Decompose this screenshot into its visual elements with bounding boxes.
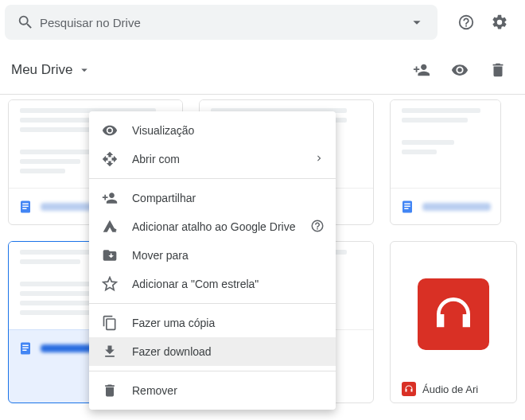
menu-label: Compartilhar bbox=[132, 192, 196, 204]
menu-item-download[interactable]: Fazer download bbox=[89, 337, 336, 366]
file-thumbnail bbox=[391, 100, 500, 188]
chevron-down-icon bbox=[77, 63, 91, 77]
breadcrumb[interactable]: Meu Drive bbox=[11, 62, 91, 78]
headphones-icon bbox=[418, 278, 489, 350]
menu-label: Fazer uma cópia bbox=[132, 317, 215, 329]
eye-icon bbox=[102, 122, 118, 138]
context-menu: Visualização Abrir com Compartilhar Adic… bbox=[89, 111, 336, 410]
search-placeholder: Pesquisar no Drive bbox=[40, 16, 402, 29]
copy-icon bbox=[102, 315, 118, 331]
search-box[interactable]: Pesquisar no Drive bbox=[5, 5, 438, 40]
trash-icon bbox=[102, 383, 118, 399]
breadcrumb-label: Meu Drive bbox=[11, 62, 72, 78]
menu-separator bbox=[89, 303, 336, 304]
menu-item-star[interactable]: Adicionar a "Com estrela" bbox=[89, 270, 336, 298]
delete-icon[interactable] bbox=[482, 54, 514, 86]
drive-shortcut-icon bbox=[102, 219, 118, 235]
docs-icon bbox=[400, 200, 414, 214]
person-add-icon bbox=[102, 190, 118, 206]
share-person-icon[interactable] bbox=[406, 54, 438, 86]
menu-item-preview[interactable]: Visualização bbox=[89, 116, 336, 145]
menu-label: Mover para bbox=[132, 249, 189, 262]
menu-label: Fazer download bbox=[132, 345, 212, 358]
menu-separator bbox=[89, 178, 336, 179]
docs-icon bbox=[18, 200, 33, 214]
menu-item-move[interactable]: Mover para bbox=[89, 241, 336, 270]
svg-rect-14 bbox=[22, 347, 29, 348]
search-options-dropdown-icon[interactable] bbox=[402, 8, 431, 37]
chevron-right-icon bbox=[313, 153, 325, 166]
svg-rect-3 bbox=[22, 208, 26, 209]
headphones-icon bbox=[402, 382, 416, 396]
file-card[interactable] bbox=[390, 99, 501, 225]
svg-rect-15 bbox=[22, 349, 26, 351]
move-to-icon bbox=[102, 247, 118, 263]
menu-label: Adicionar a "Com estrela" bbox=[132, 278, 259, 290]
menu-item-open-with[interactable]: Abrir com bbox=[89, 145, 336, 173]
menu-label: Visualização bbox=[132, 124, 194, 137]
file-title: Áudio de Ari bbox=[422, 383, 478, 395]
menu-label: Remover bbox=[132, 384, 177, 397]
svg-rect-11 bbox=[404, 208, 408, 209]
file-card-audio[interactable]: Áudio de Ari bbox=[390, 241, 517, 403]
menu-item-share[interactable]: Compartilhar bbox=[89, 184, 336, 212]
svg-rect-1 bbox=[22, 203, 29, 204]
file-title-blur bbox=[422, 203, 491, 211]
download-icon bbox=[102, 344, 118, 360]
menu-item-copy[interactable]: Fazer uma cópia bbox=[89, 309, 336, 337]
help-icon[interactable] bbox=[450, 6, 482, 38]
menu-item-remove[interactable]: Remover bbox=[89, 376, 336, 405]
svg-rect-13 bbox=[22, 344, 29, 346]
open-with-icon bbox=[102, 151, 118, 167]
help-icon[interactable] bbox=[310, 219, 325, 235]
svg-rect-2 bbox=[22, 205, 29, 207]
preview-eye-icon[interactable] bbox=[444, 54, 476, 86]
star-icon bbox=[102, 276, 118, 292]
svg-rect-10 bbox=[404, 205, 410, 207]
docs-icon bbox=[18, 341, 33, 356]
menu-label: Adicionar atalho ao Google Drive bbox=[132, 220, 295, 233]
settings-icon[interactable] bbox=[484, 6, 515, 38]
menu-label: Abrir com bbox=[132, 153, 180, 165]
menu-separator bbox=[89, 371, 336, 371]
svg-rect-9 bbox=[404, 203, 410, 204]
search-icon[interactable] bbox=[11, 8, 40, 37]
menu-item-shortcut[interactable]: Adicionar atalho ao Google Drive bbox=[89, 212, 336, 241]
